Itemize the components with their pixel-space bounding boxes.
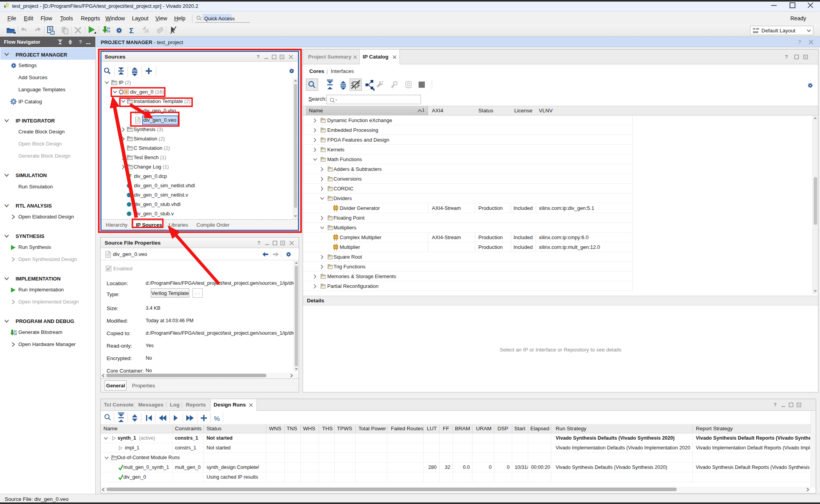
svg-text:Σ: Σ [129,27,134,35]
svg-text:?: ? [257,240,260,246]
svg-text:?: ? [257,54,260,60]
svg-text:?: ? [79,39,82,45]
svg-text:?: ? [798,39,801,45]
svg-text:10: 10 [107,30,110,33]
svg-text:%: % [214,415,220,422]
svg-text:?: ? [774,402,777,408]
svg-text:10: 10 [14,333,17,335]
svg-text:01: 01 [14,330,17,333]
svg-text:01: 01 [107,27,110,30]
svg-text:?: ? [785,54,788,60]
